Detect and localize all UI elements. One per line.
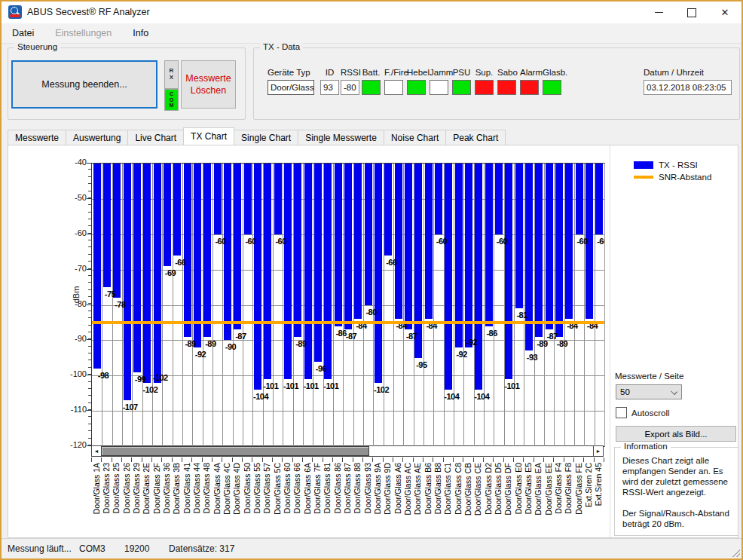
bar-value-label: -69 [159,268,182,277]
id-field: 93 [320,80,339,95]
bar-door-glass-4c [224,164,231,340]
bar-door-glass-66 [294,164,301,337]
scrollbar-thumb[interactable] [101,446,369,456]
stop-measurement-button[interactable]: Messung beenden... [11,60,157,109]
bar-value-label: -60 [270,237,292,246]
tab-tx-chart[interactable]: TX Chart [183,127,234,145]
bar-value-label: -80 [360,308,383,317]
bar-value-label: -95 [410,360,433,369]
x-category-label: Door/Glass C1 [443,463,452,529]
tab-peak-chart[interactable]: Peak Chart [445,130,506,145]
x-category-label: Ext.Siren 2C [584,463,593,529]
clear-measurements-button[interactable]: Messwerte Löschen [181,60,236,109]
indicator-label: Glasb. [543,68,561,80]
indicator-lamp [475,80,494,95]
x-tick-mark [262,457,263,462]
indicator-lamp [497,80,516,95]
x-category-label: Door/Glass AC [403,463,412,529]
bar-door-glass-44 [194,164,201,347]
indicator-label: Jamm [430,68,448,80]
bar-door-glass-25 [113,164,121,298]
bar-value-label: -102 [139,385,161,394]
rx-indicator: R X [164,60,179,89]
tab-single-chart[interactable]: Single Chart [234,130,298,145]
tab-noise-chart[interactable]: Noise Chart [384,130,446,145]
bar-value-label: -89 [551,339,573,348]
x-tick-mark [372,457,373,462]
menu-info[interactable]: Info [122,28,159,38]
x-tick-mark [202,457,203,462]
x-tick-mark [583,457,584,462]
close-button[interactable]: ✕ [708,2,741,23]
bar-door-glass-86 [335,164,342,326]
x-category-label: Door/Glass C8 [454,463,463,529]
chart-scrollbar[interactable]: ◄ ► [91,445,604,457]
device-type-field: Door/Glass [268,80,314,95]
menu-datei[interactable]: Datei [2,28,44,38]
tab-auswertung[interactable]: Auswertung [66,130,128,145]
x-tick-mark [282,457,283,462]
app-icon [8,5,22,19]
autoscroll-checkbox[interactable] [616,407,627,418]
bar-value-label: -75 [99,289,121,298]
x-category-label: Door/Glass 55 [252,463,261,529]
indicator-lamp [407,80,426,95]
x-tick-mark [353,457,353,462]
bar-door-glass-9a [375,164,382,383]
bar-door-glass-57 [264,164,271,379]
bar-door-glass-88 [354,164,362,319]
x-tick-mark [323,457,323,462]
bar-value-label: -98 [92,371,115,380]
x-tick-mark [131,457,132,462]
close-icon: ✕ [721,8,729,17]
x-tick-mark [473,457,474,462]
bar-value-label: -101 [500,381,523,390]
y-tick-label: -40 [58,158,87,167]
scrollbar-right-arrow[interactable]: ► [593,446,603,456]
bar-door-glass-48 [203,164,211,337]
indicator-label: Alarm [520,68,539,80]
bar-door-glass-4d [234,164,241,329]
x-tick-mark [101,457,102,462]
x-category-label: Door/Glass DF [503,463,512,529]
x-category-label: Door/Glass 93 [363,463,372,529]
status-dataset-count: Datensätze: 317 [169,543,234,554]
tab-messwerte[interactable]: Messwerte [8,130,66,145]
x-category-label: Door/Glass 41 [182,463,191,529]
bar-value-label: -87 [400,332,423,341]
device-type-label: Geräte Typ [268,68,314,80]
status-bar: Messung läuft... COM3 19200 Datensätze: … [2,538,741,558]
x-tick-mark [232,457,233,462]
bar-door-glass-ee [546,164,553,329]
x-tick-mark [332,457,333,462]
rssi-field: -80 [341,80,359,95]
maximize-button[interactable] [675,2,708,23]
bar-ext-siren-45 [595,164,603,234]
steuerung-group: Steuerung Messung beenden... R X C O M M… [8,47,246,120]
per-page-dropdown[interactable]: 50 [616,384,682,399]
export-image-button[interactable]: Export als Bild... [616,426,736,442]
bar-door-glass-f4 [555,164,563,337]
bar-door-glass-41 [184,164,191,337]
tx-data-group: TX - Data Geräte Typ Door/Glass ID 93 RS… [253,47,740,120]
tab-live-chart[interactable]: Live Chart [127,130,184,145]
tab-single-messwerte[interactable]: Single Messwerte [298,130,384,145]
indicator-batt: Batt. [362,68,381,95]
minimize-button[interactable] [642,2,675,23]
device-type-column: Geräte Typ Door/Glass [268,68,314,95]
x-tick-mark [172,457,173,462]
indicator-label: Hebel [407,68,426,80]
x-category-label: Door/Glass 6A [303,463,312,529]
bar-value-label: -78 [109,300,131,309]
resize-grip[interactable] [732,549,740,557]
indicator-label: Batt. [362,68,381,80]
indicator-lamp [430,80,448,95]
indicator-label: Sup. [475,68,494,80]
indicator-lamp [362,80,381,95]
bar-door-glass-e0 [515,164,523,308]
y-tick-label: -120 [58,440,87,449]
bar-value-label: -66 [169,258,191,267]
x-tick-mark [292,457,293,462]
datetime-label: Datum / Uhrzeit [644,68,732,80]
bar-door-glass-87 [344,164,352,329]
